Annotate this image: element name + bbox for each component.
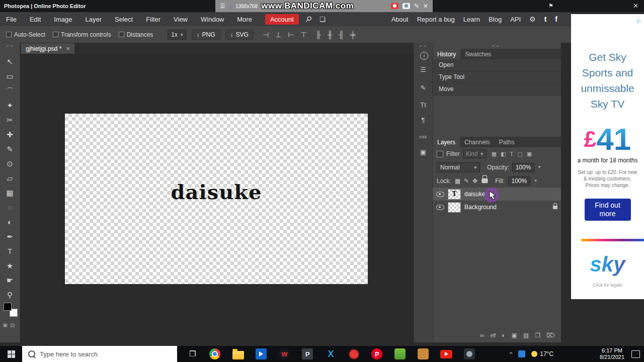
artboard[interactable]: daisuke [65, 114, 368, 284]
auto-select-checkbox[interactable]: Auto-Select [6, 31, 45, 38]
task-view-icon[interactable]: ❐ [189, 349, 196, 358]
chevron-down-icon[interactable]: ▼ [537, 165, 541, 169]
taskbar-search-input[interactable]: Type here to search [22, 346, 177, 362]
new-layer-icon[interactable]: ❐ [535, 332, 540, 339]
sky-logo[interactable]: sky [571, 252, 644, 277]
ad-panel[interactable]: ▷ Get Sky Sports and unmissable Sky TV £… [571, 14, 644, 299]
bandicam-close-icon[interactable]: ✕ [423, 3, 428, 10]
menu-edit[interactable]: Edit [30, 16, 41, 23]
history-item-move[interactable]: Move [433, 83, 561, 96]
tab-history[interactable]: History [433, 49, 460, 59]
dodge-tool[interactable]: ◐ [0, 215, 20, 229]
foreground-color-swatch[interactable] [4, 303, 12, 311]
lasso-tool[interactable]: ⌒ [0, 83, 20, 98]
layer-visibility-eye-icon[interactable] [436, 205, 444, 210]
collapse-history-icon[interactable]: > < [492, 44, 500, 48]
collapse-panels-icon[interactable]: > < [414, 43, 432, 50]
distribute-vertical-icon[interactable]: ╪ [350, 31, 355, 39]
history-item-open[interactable]: Open [433, 59, 561, 71]
type-tool[interactable]: T [0, 244, 20, 258]
lock-pixels-icon[interactable]: ✎ [464, 177, 469, 185]
export-svg-button[interactable]: ↓ SVG [225, 30, 254, 40]
action-center-icon[interactable] [631, 350, 640, 358]
layer-name[interactable]: Background [464, 204, 497, 211]
brush-tool[interactable]: ✎ [0, 142, 20, 156]
layer-row-background[interactable]: Background [433, 201, 561, 214]
menu-icon[interactable]: ☰ [414, 66, 432, 73]
menu-view[interactable]: View [174, 16, 188, 23]
lock-all-icon[interactable] [482, 178, 488, 183]
close-tab-icon[interactable]: × [66, 45, 70, 52]
align-left-icon[interactable]: ⊣ [263, 31, 269, 39]
zoom-tool[interactable]: ⚲ [0, 288, 20, 302]
media-app-icon[interactable]: W [278, 348, 290, 360]
record-camera-icon[interactable] [391, 3, 398, 9]
adjustment-layer-filter-icon[interactable]: ◧ [501, 151, 506, 157]
hand-tool[interactable]: ☛ [0, 273, 20, 288]
menu-api[interactable]: API [510, 16, 521, 23]
layer-mask-icon[interactable]: ▣ [512, 332, 517, 339]
crop-tool[interactable]: ✂ [0, 113, 20, 127]
lock-transparency-icon[interactable]: ▦ [455, 177, 460, 185]
bandicam-download-icon[interactable]: ↓ [229, 3, 232, 10]
taskbar-clock[interactable]: 6:17 PM 8/21/2021 [600, 347, 624, 360]
move-tool[interactable]: ↖ [0, 54, 20, 69]
pixel-layer-filter-icon[interactable]: ▦ [492, 151, 497, 157]
x-app-icon[interactable]: X [325, 348, 337, 360]
magic-wand-tool[interactable]: ✦ [0, 98, 20, 113]
tray-app-icon[interactable] [518, 350, 525, 357]
menu-layer[interactable]: Layer [86, 16, 102, 23]
transform-controls-checkbox[interactable]: Transform controls [53, 31, 111, 38]
bookmark-icon[interactable]: ⚑ [548, 3, 553, 9]
weather-widget[interactable]: 17°C [531, 350, 553, 357]
distribute-left-icon[interactable]: ╟ [316, 31, 321, 39]
menu-select[interactable]: Select [115, 16, 133, 23]
edit-pencil-icon[interactable]: ✎ [414, 3, 419, 10]
recording-indicator-icon[interactable] [348, 348, 360, 360]
export-png-button[interactable]: ↓ PNG [192, 30, 220, 40]
green-app-icon[interactable] [394, 348, 406, 360]
menu-about[interactable]: About [391, 16, 409, 23]
adchoices-icon[interactable]: ▷ [637, 18, 641, 24]
window-close-icon[interactable]: ✕ [633, 2, 638, 10]
info-icon[interactable]: i [420, 52, 428, 60]
smart-object-filter-icon[interactable]: ▣ [527, 151, 532, 157]
layer-name[interactable]: daisuke [464, 191, 485, 198]
shape-tool[interactable]: ★ [0, 258, 20, 273]
spot-heal-tool[interactable]: ✚ [0, 127, 20, 142]
delete-layer-icon[interactable]: ⌦ [546, 332, 555, 339]
tab-paths[interactable]: Paths [495, 137, 519, 147]
lock-position-icon[interactable]: ✥ [472, 177, 477, 185]
photopea-app-icon[interactable]: P [301, 348, 313, 360]
image-panel-icon[interactable]: ▣ [414, 148, 432, 156]
search-icon[interactable]: ⚲ [303, 14, 314, 25]
tab-swatches[interactable]: Swatches [460, 49, 496, 59]
clone-stamp-tool[interactable]: ⊙ [0, 156, 20, 171]
ad-cta-button[interactable]: Find out more [585, 199, 631, 221]
background-layer-thumbnail[interactable] [448, 203, 460, 212]
menu-window[interactable]: Window [201, 16, 224, 23]
mug-app-icon[interactable] [417, 348, 429, 360]
tab-layers[interactable]: Layers [433, 137, 460, 147]
camera-app-icon[interactable] [463, 348, 475, 360]
link-layers-icon[interactable]: ∞ [480, 332, 485, 339]
pen-tool[interactable]: ✒ [0, 229, 20, 244]
brush-panel-icon[interactable]: ✎ [414, 84, 432, 92]
toolbar-extra-icons[interactable]: ▣▤ [0, 322, 20, 328]
tab-channels[interactable]: Channels [460, 137, 495, 147]
ad-legals-link[interactable]: Click for legals [571, 283, 644, 288]
zoom-select[interactable]: 1x ▾ [168, 30, 186, 40]
layer-visibility-eye-icon[interactable] [436, 192, 444, 197]
align-right-icon[interactable]: ⊢ [288, 31, 294, 39]
menu-file[interactable]: File [6, 16, 17, 23]
fill-value[interactable]: 100% [508, 176, 530, 186]
youtube-icon[interactable] [440, 348, 452, 360]
filter-checkbox[interactable] [437, 151, 443, 157]
paragraph-panel-icon[interactable]: ¶ [414, 116, 432, 124]
kind-select[interactable]: Kind ▾ [463, 149, 487, 158]
tray-chevron-up-icon[interactable]: ^ [510, 351, 512, 357]
character-panel-icon[interactable]: Tt [414, 101, 432, 109]
movies-tv-icon[interactable] [255, 348, 267, 360]
text-layer-thumbnail[interactable]: T [448, 190, 460, 199]
camera-icon[interactable] [403, 3, 410, 9]
